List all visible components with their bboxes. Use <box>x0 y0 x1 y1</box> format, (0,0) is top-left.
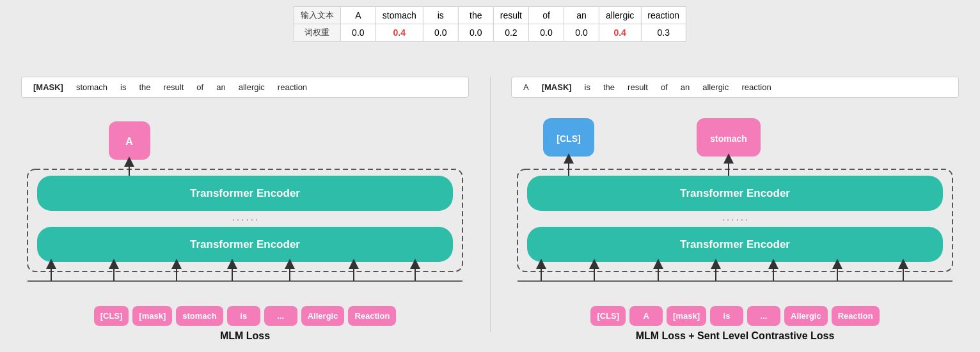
right-bot-A: A <box>629 306 663 326</box>
svg-rect-1 <box>37 176 453 211</box>
right-top-token-of: of <box>654 80 674 95</box>
left-top-token-mask: [MASK] <box>27 80 70 95</box>
main-container: 输入文本 A stomach is the result of an aller… <box>0 0 980 352</box>
token-the: the <box>458 7 493 24</box>
left-top-token-stomach: stomach <box>70 80 114 95</box>
right-top-token-is: is <box>578 80 597 95</box>
left-bot-reaction: Reaction <box>348 306 396 326</box>
left-top-token-an: an <box>210 80 232 95</box>
right-bot-cls: [CLS] <box>590 306 626 326</box>
left-diagram: [MASK] stomach is the result of an aller… <box>15 77 475 345</box>
weight-3: 0.0 <box>458 24 493 42</box>
svg-text:[CLS]: [CLS] <box>557 134 580 144</box>
svg-text:Transformer Encoder: Transformer Encoder <box>680 187 790 199</box>
left-top-token-is: is <box>114 80 132 95</box>
weight-4: 0.2 <box>493 24 528 42</box>
weight-6: 0.0 <box>564 24 599 42</box>
token-A: A <box>340 7 375 24</box>
svg-rect-21 <box>527 227 943 262</box>
left-top-token-the: the <box>132 80 157 95</box>
left-bot-allergic: Allergic <box>301 306 345 326</box>
right-caption: MLM Loss + Sent Level Contrastive Loss <box>636 330 835 342</box>
right-top-token-result: result <box>621 80 654 95</box>
svg-text:Transformer Encoder: Transformer Encoder <box>190 187 300 199</box>
left-top-token-result: result <box>157 80 191 95</box>
right-bot-mask: [mask] <box>667 306 706 326</box>
token-an: an <box>564 7 599 24</box>
token-of: of <box>528 7 564 24</box>
svg-rect-23 <box>543 118 594 157</box>
row1-label: 输入文本 <box>294 7 340 24</box>
row2-label: 词权重 <box>294 24 340 42</box>
right-bot-reaction: Reaction <box>832 306 880 326</box>
svg-text:. . . . . .: . . . . . . <box>722 213 748 222</box>
svg-rect-25 <box>697 118 761 157</box>
right-top-token-the: the <box>597 80 621 95</box>
svg-rect-4 <box>37 227 453 262</box>
right-top-token-an: an <box>674 80 696 95</box>
input-table: 输入文本 A stomach is the result of an aller… <box>294 6 686 42</box>
right-top-token-reaction: reaction <box>735 80 777 95</box>
svg-text:A: A <box>125 136 133 147</box>
weight-8: 0.3 <box>641 24 686 42</box>
left-top-token-of: of <box>190 80 210 95</box>
weight-5: 0.0 <box>528 24 564 42</box>
svg-text:Transformer Encoder: Transformer Encoder <box>680 238 790 250</box>
diagrams-container: [MASK] stomach is the result of an aller… <box>0 77 980 345</box>
token-is: is <box>423 7 458 24</box>
left-bot-dots: ... <box>264 306 297 326</box>
weight-2: 0.0 <box>423 24 458 42</box>
right-top-token-allergic: allergic <box>696 80 735 95</box>
right-bot-dots: ... <box>747 306 780 326</box>
token-result: result <box>493 7 528 24</box>
left-bot-is: is <box>227 306 260 326</box>
left-diagram-svg: Transformer Encoder . . . . . . Transfor… <box>15 77 475 345</box>
right-top-token-A: A <box>517 80 535 95</box>
svg-rect-6 <box>109 121 150 160</box>
svg-rect-17 <box>518 169 952 272</box>
token-allergic: allergic <box>599 7 640 24</box>
right-top-token-mask: [MASK] <box>535 80 578 95</box>
right-diagram: A [MASK] is the result of an allergic re… <box>505 77 965 345</box>
svg-text:stomach: stomach <box>710 134 747 144</box>
left-bot-stomach: stomach <box>176 306 223 326</box>
weight-1: 0.4 <box>375 24 423 42</box>
left-top-token-reaction: reaction <box>271 80 313 95</box>
left-top-token-row: [MASK] stomach is the result of an aller… <box>21 77 469 98</box>
token-stomach: stomach <box>375 7 423 24</box>
left-top-token-allergic: allergic <box>232 80 271 95</box>
left-bot-cls: [CLS] <box>94 306 129 326</box>
left-bottom-tokens: [CLS] [mask] stomach is ... Allergic Rea… <box>21 306 469 326</box>
right-bot-is: is <box>710 306 743 326</box>
svg-rect-18 <box>527 176 943 211</box>
weight-0: 0.0 <box>340 24 375 42</box>
svg-text:Transformer Encoder: Transformer Encoder <box>190 238 300 250</box>
weight-7: 0.4 <box>599 24 640 42</box>
token-reaction: reaction <box>641 7 686 24</box>
right-diagram-svg: Transformer Encoder . . . . . . Transfor… <box>505 77 965 345</box>
right-top-token-row: A [MASK] is the result of an allergic re… <box>511 77 959 98</box>
right-bottom-tokens: [CLS] A [mask] is ... Allergic Reaction <box>511 306 959 326</box>
svg-text:. . . . . .: . . . . . . <box>232 213 258 222</box>
left-caption: MLM Loss <box>220 330 270 342</box>
svg-rect-0 <box>28 169 462 272</box>
right-bot-allergic: Allergic <box>784 306 828 326</box>
left-bot-mask: [mask] <box>132 306 172 326</box>
